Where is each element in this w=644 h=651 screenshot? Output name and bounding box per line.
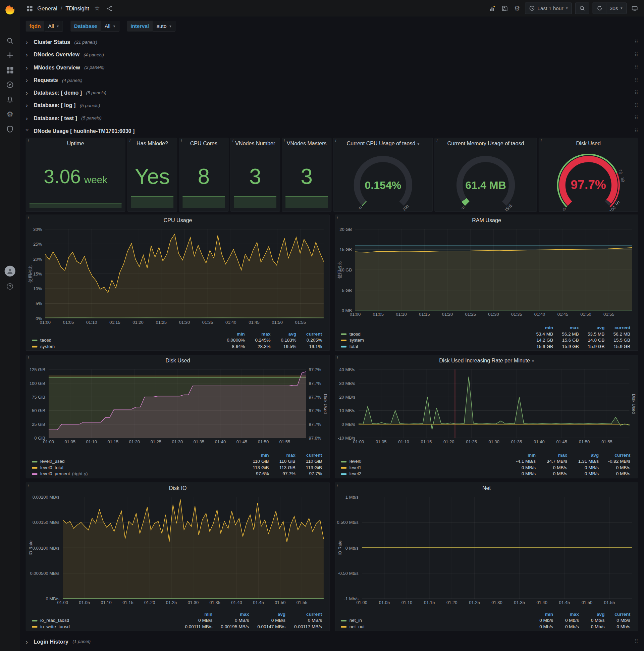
panel-title[interactable]: Current CPU Usage of taosd▾	[334, 138, 432, 149]
panel-title[interactable]: Uptime	[26, 138, 125, 149]
variable-label[interactable]: Interval	[127, 21, 153, 32]
panel-title[interactable]: Net	[335, 483, 638, 494]
legend-header[interactable]: avg	[272, 331, 298, 337]
net-chart[interactable]: 1 Mb/s0.500 Mb/s0 Mb/s-0.50 Mb/s-1 Mb/s0…	[335, 494, 638, 630]
legend-header[interactable]: current	[606, 611, 632, 617]
cycle-view-tv-icon[interactable]	[630, 4, 639, 13]
avatar[interactable]	[0, 266, 20, 277]
legend-series[interactable]: taosd	[30, 337, 221, 343]
dashboards-grid-icon[interactable]	[25, 4, 34, 13]
legend-header[interactable]: max	[537, 452, 569, 458]
breadcrumb-section[interactable]: General	[37, 5, 57, 11]
drag-handle-icon[interactable]: ⠿	[635, 64, 638, 70]
panel-title[interactable]: Disk Used Increasing Rate per Minute▾	[335, 355, 638, 366]
legend-series[interactable]: level0_percent(right-y)	[30, 470, 244, 477]
info-icon[interactable]: i	[335, 355, 342, 362]
drag-handle-icon[interactable]: ⠿	[635, 115, 638, 121]
legend-header[interactable]: min	[244, 452, 270, 458]
variable-value-dropdown[interactable]: auto▾	[153, 21, 175, 32]
legend-header[interactable]: avg	[581, 324, 606, 330]
legend-header[interactable]: min	[529, 611, 555, 617]
ram-usage-chart[interactable]: 20 GB15 GB10 GB5 GB0 MB01:0001:0501:1001…	[335, 226, 638, 350]
legend-header[interactable]: max	[555, 611, 581, 617]
dashboard-row[interactable]: ›Database: [ demo ](5 panels)⠿	[26, 87, 638, 98]
star-icon[interactable]: ☆	[93, 4, 102, 13]
alerting-icon[interactable]	[0, 94, 20, 106]
chart-canvas[interactable]	[49, 369, 306, 438]
server-admin-shield-icon[interactable]	[0, 123, 20, 135]
dashboard-title[interactable]: TDinsight	[65, 5, 89, 11]
panel-title[interactable]: RAM Usage	[335, 215, 638, 226]
chart-canvas[interactable]	[355, 229, 632, 310]
info-icon[interactable]: i	[539, 138, 545, 145]
info-icon[interactable]: i	[334, 138, 340, 145]
panel-title[interactable]: Has MNode?	[128, 138, 177, 149]
legend-series[interactable]: level2	[340, 470, 506, 477]
info-icon[interactable]: i	[26, 138, 33, 145]
info-icon[interactable]: i	[26, 215, 33, 221]
legend-series[interactable]: system	[30, 343, 221, 349]
info-icon[interactable]: i	[435, 138, 441, 145]
configuration-gear-icon[interactable]: ⚙	[0, 108, 20, 120]
legend-series[interactable]: total	[340, 343, 529, 349]
variable-value-dropdown[interactable]: All▾	[44, 21, 63, 32]
disk-io-chart[interactable]: 0.00200 MB/s0.00150 MB/s0.00100 MB/s0.00…	[26, 494, 329, 630]
legend-header[interactable]: current	[606, 324, 632, 330]
legend-header[interactable]: max	[247, 331, 272, 337]
legend-header[interactable]: current	[601, 452, 632, 458]
add-panel-icon[interactable]	[488, 4, 497, 13]
dashboard-row[interactable]: ›Database: [ log ](5 panels)⠿	[26, 100, 638, 111]
dashboard-row[interactable]: ›MNodes Overview(2 panels)⠿	[26, 62, 638, 72]
create-icon[interactable]	[0, 49, 20, 61]
dashboard-row[interactable]: ›Database: [ test ](5 panels)⠿	[26, 113, 638, 123]
panel-title[interactable]: Current Memory Usage of taosd	[435, 138, 536, 149]
refresh-button[interactable]: 30s ▾	[593, 2, 626, 14]
chart-canvas[interactable]	[362, 497, 632, 599]
legend-series[interactable]: level0_used	[30, 458, 244, 464]
disk-rate-chart[interactable]: 40 MB/s30 MB/s20 MB/s10 MB/s0 MB/s-10 MB…	[335, 366, 638, 478]
info-icon[interactable]: i	[179, 138, 186, 145]
variable-value-dropdown[interactable]: All▾	[101, 21, 120, 32]
info-icon[interactable]: i	[231, 138, 237, 145]
info-icon[interactable]: i	[26, 483, 33, 489]
time-range-picker[interactable]: Last 1 hour ▾	[525, 2, 572, 14]
legend-series[interactable]: io_read_taosd	[30, 617, 178, 623]
legend-header[interactable]: max	[555, 324, 581, 330]
dashboard-settings-gear-icon[interactable]: ⚙	[513, 4, 522, 13]
drag-handle-icon[interactable]: ⠿	[635, 52, 638, 57]
disk-used-chart[interactable]: 125 GiB100 GiB75 GiB50 GiB25 GiB0 GiB97.…	[26, 366, 329, 478]
panel-title[interactable]: CPU Usage	[26, 215, 329, 226]
zoom-out-button[interactable]	[575, 2, 589, 14]
legend-series[interactable]: level0_total	[30, 464, 244, 470]
legend-series[interactable]: taosd	[340, 331, 529, 337]
panel-title[interactable]: Disk IO	[26, 483, 329, 494]
drag-handle-icon[interactable]: ⠿	[635, 77, 638, 83]
legend-series[interactable]: level1	[340, 464, 506, 470]
search-icon[interactable]	[0, 35, 20, 46]
legend-header[interactable]: current	[287, 611, 324, 617]
legend-header[interactable]: current	[298, 331, 324, 337]
row-login-history[interactable]: › Login History (1 panel) ⠿	[26, 636, 638, 647]
share-icon[interactable]	[105, 4, 114, 13]
info-icon[interactable]: i	[128, 138, 134, 145]
legend-header[interactable]: min	[221, 331, 247, 337]
save-dashboard-icon[interactable]	[500, 4, 509, 13]
legend-header[interactable]: avg	[251, 611, 287, 617]
chart-canvas[interactable]	[359, 369, 630, 438]
panel-title[interactable]: VNodes Masters	[282, 138, 331, 149]
legend-header[interactable]: avg	[581, 611, 606, 617]
dashboard-row[interactable]: ›Cluster Status(21 panels)⠿	[26, 37, 638, 47]
variable-label[interactable]: fqdn	[26, 21, 44, 32]
panel-title[interactable]: VNodes Number	[231, 138, 280, 149]
help-icon[interactable]: ?	[0, 281, 20, 292]
dashboards-icon[interactable]	[0, 64, 20, 76]
legend-header[interactable]: min	[506, 452, 537, 458]
dashboard-row[interactable]: ›Requests(4 panels)⠿	[26, 74, 638, 85]
info-icon[interactable]: i	[282, 138, 288, 145]
drag-handle-icon[interactable]: ⠿	[635, 639, 638, 644]
legend-header[interactable]: max	[271, 452, 297, 458]
grafana-logo[interactable]	[0, 3, 20, 17]
legend-header[interactable]: min	[529, 324, 555, 330]
legend-header[interactable]: min	[178, 611, 214, 617]
legend-header[interactable]: avg	[569, 452, 601, 458]
